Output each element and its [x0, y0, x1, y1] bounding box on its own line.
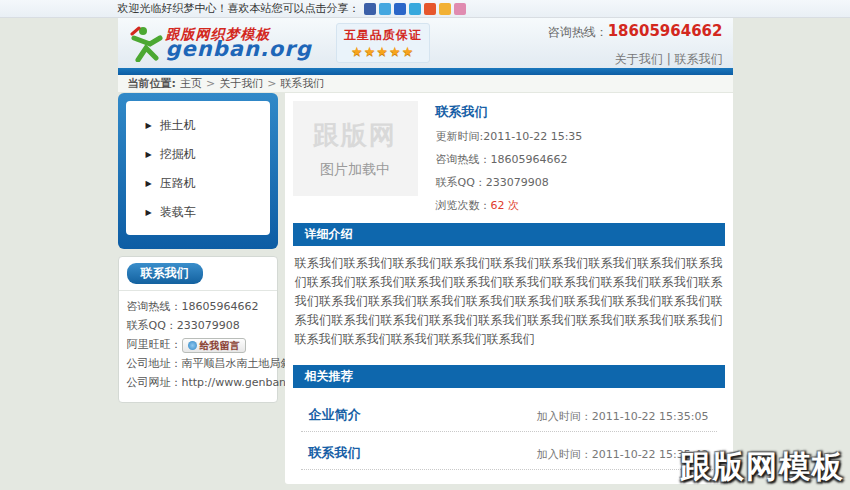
related-row: 企业简介 加入时间：2011-10-22 15:35:05: [301, 394, 717, 432]
sidebar: ▶ 推土机 ▶ 挖掘机 ▶ 压路机 ▶ 装载车: [118, 93, 278, 484]
related-link-company-profile[interactable]: 企业简介: [309, 406, 361, 424]
view-count: 62 次: [491, 199, 520, 212]
contact-hotline-line: 咨询热线：18605964662: [127, 297, 269, 316]
related-link-contact-us[interactable]: 联系我们: [309, 444, 361, 462]
baidu-share-icon[interactable]: [394, 3, 406, 15]
contact-qq-line: 联系QQ：233079908: [127, 316, 269, 335]
five-stars-icon: ★★★★★: [344, 44, 422, 59]
related-time: 加入时间：2011-10-22 15:35:05: [537, 409, 709, 424]
nav-about-link[interactable]: 关于我们: [615, 52, 663, 66]
breadcrumb-label: 当前位置:: [128, 76, 176, 91]
meta-hotline: 咨询热线：18605964662: [436, 152, 583, 167]
header-divider-stripe: [118, 68, 733, 75]
tencent-weibo-icon[interactable]: [409, 3, 421, 15]
contact-hotline-number: 18605964662: [182, 300, 259, 313]
meta-views: 浏览次数：62 次: [436, 198, 583, 213]
breadcrumb-separator: >: [206, 77, 215, 90]
breadcrumb-current: 联系我们: [280, 76, 324, 91]
meta-qq: 联系QQ：233079908: [436, 175, 583, 190]
wangwang-icon: [188, 341, 197, 350]
contact-address-line: 公司地址：南平顺昌水南土地局斜对面: [127, 354, 269, 373]
main-content: 跟版网 图片加载中 联系我们 更新时间:2011-10-22 15:35 咨询热…: [285, 93, 733, 484]
related-section-header: 相关推荐: [293, 365, 725, 388]
nav-separator: |: [667, 52, 671, 66]
detail-body-text: 联系我们联系我们联系我们联系我们联系我们联系我们联系我们联系我们联系我们联系我们…: [293, 246, 725, 355]
placeholder-brand-text: 跟版网: [313, 118, 397, 153]
douban-icon[interactable]: [454, 3, 466, 15]
sidebar-item-roller[interactable]: ▶ 压路机: [126, 167, 270, 196]
breadcrumb-about-link[interactable]: 关于我们: [219, 76, 263, 91]
top-share-bar: 欢迎光临好织梦中心！喜欢本站您可以点击分享：: [0, 0, 850, 18]
leave-message-button[interactable]: 给我留言: [182, 338, 246, 353]
qzone-icon[interactable]: [364, 3, 376, 15]
product-menu: ▶ 推土机 ▶ 挖掘机 ▶ 压路机 ▶ 装载车: [118, 93, 278, 249]
contact-panel-title[interactable]: 联系我们: [127, 263, 203, 284]
sidebar-contact-panel: 联系我们 咨询热线：18605964662 联系QQ：233079908 阿里旺…: [118, 256, 278, 403]
hotline-number: 18605964662: [608, 22, 723, 40]
qq-icon[interactable]: [379, 3, 391, 15]
meta-update-time: 更新时间:2011-10-22 15:35: [436, 129, 583, 144]
welcome-text: 欢迎光临好织梦中心！喜欢本站您可以点击分享：: [118, 1, 360, 16]
running-man-icon: [130, 24, 164, 62]
detail-section-header: 详细介绍: [293, 223, 725, 246]
quality-badge-title: 五星品质保证: [344, 27, 422, 44]
sidebar-item-excavator[interactable]: ▶ 挖掘机: [126, 138, 270, 167]
arrow-right-icon: ▶: [146, 121, 152, 130]
logo-domain: genban.org: [166, 39, 312, 60]
article-image-placeholder: 跟版网 图片加载中: [293, 101, 418, 196]
brand-watermark: 跟版网模板: [680, 446, 845, 488]
site-header: 跟版网织梦模板 genban.org 五星品质保证 ★★★★★ 咨询热线：186…: [118, 18, 733, 68]
breadcrumb-home-link[interactable]: 主页: [180, 76, 202, 91]
divider: [119, 290, 277, 291]
contact-site-line: 公司网址：http://www.genban.org: [127, 373, 269, 392]
sina-weibo-icon[interactable]: [424, 3, 436, 15]
nav-contact-link[interactable]: 联系我们: [675, 52, 723, 66]
sidebar-item-loader[interactable]: ▶ 装载车: [126, 196, 270, 225]
breadcrumb-separator: >: [267, 77, 276, 90]
arrow-right-icon: ▶: [146, 150, 152, 159]
sidebar-item-bulldozer[interactable]: ▶ 推土机: [126, 109, 270, 138]
arrow-right-icon: ▶: [146, 208, 152, 217]
placeholder-loading-text: 图片加载中: [320, 161, 390, 179]
hotline-label: 咨询热线：: [548, 25, 608, 39]
header-nav: 关于我们 | 联系我们: [548, 51, 723, 68]
contact-qq-number: 233079908: [177, 319, 240, 332]
share-icons: [364, 3, 466, 15]
site-footer: 版权声明|法律责任|隐私声明|关于我们|联系我们 工业生产机械电子类企业网站织梦…: [118, 484, 733, 490]
related-row: 联系我们 加入时间：2011-10-22 15:35:42: [301, 432, 717, 470]
arrow-right-icon: ▶: [146, 179, 152, 188]
renren-icon[interactable]: [439, 3, 451, 15]
header-hotline: 咨询热线：18605964662: [548, 22, 723, 41]
breadcrumb: 当前位置: 主页 > 关于我们 > 联系我们: [118, 75, 733, 92]
contact-wangwang-line: 阿里旺旺：给我留言: [127, 335, 269, 354]
article-title: 联系我们: [436, 103, 583, 121]
quality-badge: 五星品质保证 ★★★★★: [336, 23, 430, 63]
site-logo[interactable]: 跟版网织梦模板 genban.org: [130, 24, 312, 62]
